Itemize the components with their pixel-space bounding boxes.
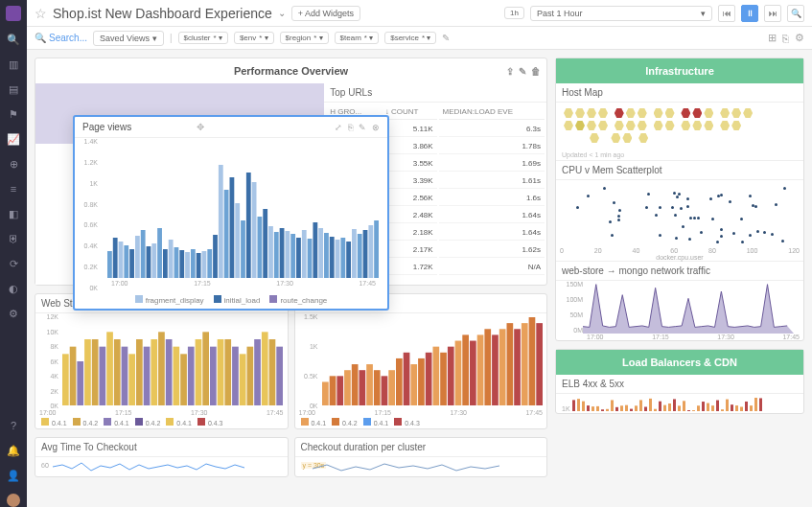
filter-cluster[interactable]: $cluster * ▾ [178,32,228,44]
svg-rect-5 [100,347,106,405]
time-short[interactable]: 1h [504,7,524,19]
svg-rect-83 [235,203,240,278]
section-title: Infrastructure [645,65,714,77]
svg-rect-99 [324,233,329,278]
svg-rect-80 [219,165,223,278]
share-icon[interactable]: ⇪ [506,66,514,77]
svg-rect-115 [601,409,604,411]
header-bar: ☆ Shop.ist New Dashboard Experience ⌄ + … [27,0,812,27]
xlabel: docker.cpu.user [556,254,803,261]
svg-rect-63 [124,245,128,278]
pause-icon[interactable]: ⏸ [741,5,758,22]
svg-rect-81 [224,190,229,278]
edit-icon[interactable]: ✎ [519,66,526,77]
svg-rect-141 [726,400,729,411]
ux-icon[interactable]: ◐ [7,282,20,295]
expand-icon[interactable]: ⤢ [335,123,342,132]
svg-rect-44 [425,353,431,405]
svg-rect-72 [174,247,179,278]
svg-rect-109 [572,400,575,411]
svg-rect-62 [119,242,124,278]
svg-rect-20 [210,347,217,405]
svg-rect-148 [759,398,762,411]
svg-rect-92 [285,231,290,278]
svg-rect-19 [202,332,209,405]
apm-icon[interactable]: ⊕ [7,157,20,171]
search-input[interactable]: 🔍 Search... [35,33,87,43]
col-header[interactable]: ↓ COUNT [382,104,437,120]
svg-rect-128 [663,405,666,411]
elb-title: ELB 4xx & 5xx [556,375,803,394]
svg-rect-0 [62,354,69,405]
time-range-picker[interactable]: Past 1 Hour▾ [530,6,712,21]
ci-icon[interactable]: ⟳ [7,257,20,270]
datadog-logo[interactable] [6,6,21,21]
search-icon[interactable]: 🔍 [7,33,20,46]
filter-label: $service [390,34,419,42]
svg-rect-55 [506,323,513,405]
move-icon[interactable]: ✥ [197,122,204,132]
col-header[interactable]: MEDIAN:LOAD EVE [439,104,545,120]
help-icon[interactable]: ? [7,419,20,432]
chevron-down-icon[interactable]: ⌄ [278,8,286,18]
filter-region[interactable]: $region * ▾ [280,32,329,44]
svg-rect-91 [280,228,285,278]
sion-chart[interactable]: 1.5K1K0.5K0K [295,313,547,409]
svg-rect-7 [114,339,121,405]
svg-rect-6 [106,332,113,405]
svg-rect-114 [596,406,599,411]
time-label: Past 1 Hour [537,9,583,18]
svg-rect-25 [247,347,254,405]
svg-rect-119 [620,405,623,411]
svg-rect-42 [410,364,417,405]
close-icon[interactable]: ⊗ [372,123,380,132]
dashboards-icon[interactable]: ▥ [7,58,20,71]
filter-team[interactable]: $team * ▾ [335,32,380,44]
favorite-star-icon[interactable]: ☆ [35,6,47,21]
monitors-icon[interactable]: ⚑ [7,107,20,121]
svg-rect-8 [122,347,128,405]
page-views-chart[interactable]: 1.4K1.2K1K0.8K0.6K0.4K0.2K0K 17:0017:151… [75,138,387,291]
security-icon[interactable]: ⛨ [7,232,20,245]
user-icon[interactable]: 👤 [7,469,20,482]
filter-env[interactable]: $env * ▾ [234,32,274,44]
svg-rect-38 [381,376,387,405]
tv-icon[interactable]: ⊞ [768,32,777,44]
add-widgets-button[interactable]: + Add Widgets [291,6,360,21]
avg-checkout-chart[interactable]: 60 [35,457,288,476]
svg-rect-58 [528,317,535,405]
saved-views-dropdown[interactable]: Saved Views ▾ [93,31,164,46]
edit-popup-icon[interactable]: ✎ [359,123,366,132]
delete-icon[interactable]: 🗑 [531,66,541,77]
play-back-icon[interactable]: ⏮ [718,5,735,22]
svg-rect-27 [262,332,268,405]
link-icon[interactable]: ⎘ [348,123,353,132]
avatar[interactable] [7,494,20,507]
rum-icon[interactable]: ◧ [7,207,20,220]
logs-icon[interactable]: ≡ [7,182,20,196]
edit-filters-icon[interactable]: ✎ [442,33,450,43]
play-fwd-icon[interactable]: ⏭ [764,5,781,22]
svg-rect-144 [740,406,743,411]
search-header-icon[interactable]: 🔍 [787,5,804,22]
cpu-mem-scatter[interactable] [556,180,803,247]
metrics-icon[interactable]: 📈 [7,132,20,146]
infra-icon[interactable]: ▤ [7,82,20,96]
svg-rect-113 [592,406,594,411]
settings-icon[interactable]: ⚙ [795,32,804,44]
svg-rect-30 [322,381,329,405]
svg-rect-139 [716,401,719,411]
host-map[interactable] [556,103,803,150]
svg-rect-53 [492,334,499,405]
notifications-icon[interactable]: 🔔 [7,444,20,457]
svg-rect-75 [191,249,196,278]
filter-service[interactable]: $service * ▾ [384,32,436,44]
checkout-cluster-chart[interactable]: y = 30s [295,457,547,476]
alerts-icon[interactable]: ⚙ [7,307,20,320]
elb-chart[interactable]: 1K [556,394,803,413]
svg-rect-49 [462,334,469,405]
web-store-chart[interactable]: 12K10K8K6K4K2K0K [35,313,288,409]
mongo-chart[interactable]: 150M100M50M0M [556,281,803,334]
popup-title: Page views [82,122,131,132]
clone-icon[interactable]: ⎘ [782,33,789,44]
